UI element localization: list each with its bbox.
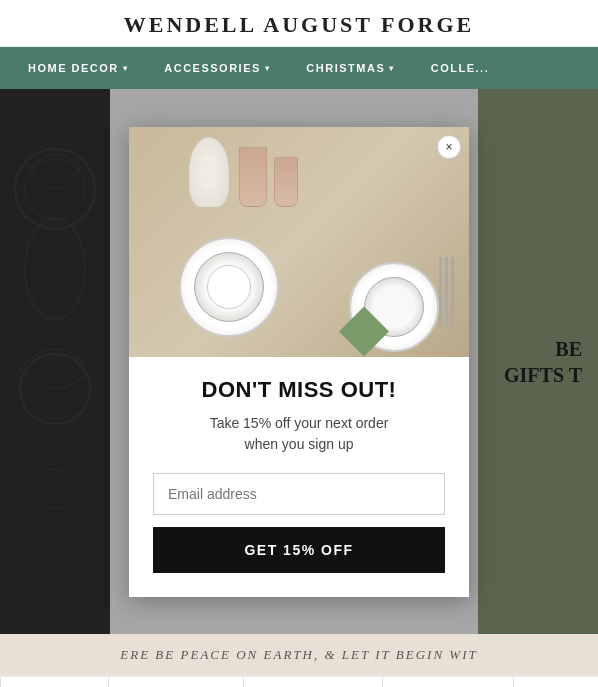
page-background: BE GIFTS T × — [0, 89, 598, 634]
nav-item-christmas[interactable]: CHRISTMAS ▾ — [288, 62, 412, 74]
modal-body: DON'T MISS OUT! Take 15% off your next o… — [129, 357, 469, 597]
nav-label-christmas: CHRISTMAS — [306, 62, 385, 74]
close-icon: × — [445, 140, 452, 154]
site-header: WENDELL AUGUST FORGE — [0, 0, 598, 47]
chevron-down-icon: ▾ — [265, 64, 271, 73]
quick-link-wedding-gifts[interactable]: Wedding Gifts — [0, 677, 109, 687]
cta-button[interactable]: GET 15% OFF — [153, 527, 445, 573]
glass-2 — [274, 157, 298, 207]
modal-popup: × DON'T MISS OUT — [129, 127, 469, 597]
cutlery — [439, 257, 459, 327]
quick-link-personalized-gifts[interactable]: Personalized Gifts — [383, 677, 513, 687]
vase-decoration — [189, 137, 229, 207]
email-input[interactable] — [153, 473, 445, 515]
nav-bar: HOME DECOR ▾ ACCESSORIES ▾ CHRISTMAS ▾ C… — [0, 47, 598, 89]
modal-subtext-line2: when you sign up — [245, 436, 354, 452]
quick-link-winter-entertaining[interactable]: Winter Entertaining — [109, 677, 244, 687]
modal-subtext-line1: Take 15% off your next order — [210, 415, 389, 431]
plate-small-left — [207, 265, 251, 309]
chevron-down-icon: ▾ — [123, 64, 129, 73]
marquee-text: ERE BE PEACE ON EARTH, & LET IT BEGIN WI… — [120, 647, 477, 663]
glass-1 — [239, 147, 267, 207]
fork-tine-2 — [445, 257, 448, 327]
quick-link-pittsburgh-gifts[interactable]: Pittsburgh Gifts — [514, 677, 598, 687]
quick-link-ornament-favorites[interactable]: Ornament Favorites — [244, 677, 383, 687]
chevron-down-icon: ▾ — [389, 64, 395, 73]
nav-label-accessories: ACCESSORIES — [164, 62, 261, 74]
fork-tine-1 — [439, 257, 442, 327]
modal-subtext: Take 15% off your next order when you si… — [153, 413, 445, 455]
nav-item-accessories[interactable]: ACCESSORIES ▾ — [146, 62, 288, 74]
quick-links-bar: Wedding Gifts Winter Entertaining Orname… — [0, 676, 598, 687]
modal-close-button[interactable]: × — [437, 135, 461, 159]
cta-label: GET 15% OFF — [244, 542, 353, 558]
modal-headline: DON'T MISS OUT! — [153, 377, 445, 403]
bottom-bar: ERE BE PEACE ON EARTH, & LET IT BEGIN WI… — [0, 634, 598, 676]
nav-item-home-decor[interactable]: HOME DECOR ▾ — [10, 62, 146, 74]
site-title: WENDELL AUGUST FORGE — [124, 12, 475, 37]
nav-item-collections[interactable]: COLLE... — [413, 62, 507, 74]
modal-image — [129, 127, 469, 357]
fork-tine-3 — [451, 257, 454, 327]
nav-label-collections: COLLE... — [431, 62, 489, 74]
table-scene — [129, 127, 469, 357]
nav-label-home-decor: HOME DECOR — [28, 62, 119, 74]
